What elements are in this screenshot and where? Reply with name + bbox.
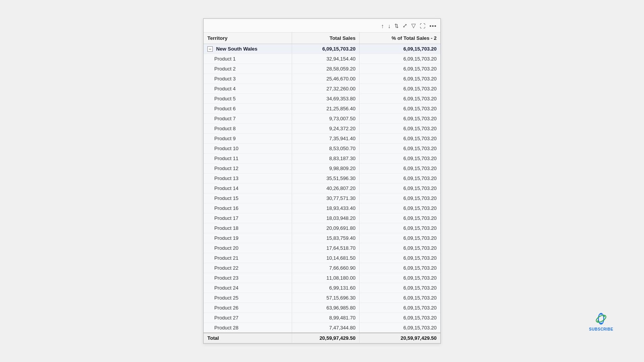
table-row: Product 228,58,059.206,09,15,703.20: [204, 64, 440, 74]
product-name: Product 18: [204, 223, 292, 233]
product-pct-total-sales: 6,09,15,703.20: [360, 64, 440, 74]
table-scroll-area[interactable]: Territory Total Sales % of Total Sales -…: [204, 33, 440, 344]
product-name: Product 21: [204, 253, 292, 263]
table-row: Product 1820,09,691.806,09,15,703.20: [204, 223, 440, 233]
table-row: Product 621,25,856.406,09,15,703.20: [204, 104, 440, 114]
col-total-sales[interactable]: Total Sales: [292, 33, 360, 44]
table-row: Product 1440,26,807.206,09,15,703.20: [204, 183, 440, 193]
product-total-sales: 25,46,670.00: [292, 74, 360, 84]
product-name: Product 14: [204, 183, 292, 193]
table-row: Product 118,83,187.306,09,15,703.20: [204, 154, 440, 164]
sort-asc-icon[interactable]: ↑: [381, 23, 384, 29]
product-name: Product 25: [204, 293, 292, 303]
filter-icon[interactable]: ▽: [411, 22, 416, 29]
col-territory[interactable]: Territory: [204, 33, 292, 44]
table-row: Product 108,53,050.706,09,15,703.20: [204, 144, 440, 154]
product-pct-total-sales: 6,09,15,703.20: [360, 124, 440, 134]
product-name: Product 7: [204, 114, 292, 124]
expand-icon[interactable]: ⤢: [402, 22, 407, 29]
group-pct-total-sales: 6,09,15,703.20: [360, 44, 440, 54]
product-pct-total-sales: 6,09,15,703.20: [360, 104, 440, 114]
product-pct-total-sales: 6,09,15,703.20: [360, 313, 440, 323]
more-icon[interactable]: •••: [429, 23, 437, 29]
product-name: Product 5: [204, 94, 292, 104]
product-pct-total-sales: 6,09,15,703.20: [360, 74, 440, 84]
table-row: Product 278,99,481.706,09,15,703.20: [204, 313, 440, 323]
product-pct-total-sales: 6,09,15,703.20: [360, 84, 440, 94]
product-pct-total-sales: 6,09,15,703.20: [360, 193, 440, 203]
svg-point-2: [600, 313, 602, 315]
sort-both-icon[interactable]: ⇅: [394, 23, 399, 29]
table-row: Product 2110,14,681.506,09,15,703.20: [204, 253, 440, 263]
product-total-sales: 20,09,691.80: [292, 223, 360, 233]
product-total-sales: 15,83,759.40: [292, 233, 360, 243]
total-row: Total20,59,97,429.5020,59,97,429.50: [204, 333, 440, 343]
product-total-sales: 40,26,807.20: [292, 183, 360, 193]
product-total-sales: 32,94,154.40: [292, 54, 360, 64]
table-row: Product 1915,83,759.406,09,15,703.20: [204, 233, 440, 243]
product-total-sales: 8,83,187.30: [292, 154, 360, 164]
product-pct-total-sales: 6,09,15,703.20: [360, 134, 440, 144]
expand-group-icon[interactable]: −: [207, 46, 213, 52]
product-name: Product 1: [204, 54, 292, 64]
table-row: Product 129,98,809.206,09,15,703.20: [204, 164, 440, 174]
product-total-sales: 63,96,985.80: [292, 303, 360, 313]
product-total-sales: 18,03,948.20: [292, 213, 360, 223]
table-row: Product 287,47,344.806,09,15,703.20: [204, 323, 440, 333]
product-pct-total-sales: 6,09,15,703.20: [360, 263, 440, 273]
product-pct-total-sales: 6,09,15,703.20: [360, 94, 440, 104]
product-name: Product 27: [204, 313, 292, 323]
product-pct-total-sales: 6,09,15,703.20: [360, 273, 440, 283]
product-total-sales: 6,99,131.60: [292, 283, 360, 293]
product-pct-total-sales: 6,09,15,703.20: [360, 183, 440, 193]
sort-desc-icon[interactable]: ↓: [388, 23, 391, 29]
svg-point-1: [595, 314, 607, 324]
table-row: Product 2017,64,518.706,09,15,703.20: [204, 243, 440, 253]
group-territory: − New South Wales: [204, 44, 292, 54]
table-row: Product 227,66,660.906,09,15,703.20: [204, 263, 440, 273]
product-name: Product 8: [204, 124, 292, 134]
product-total-sales: 30,77,571.30: [292, 193, 360, 203]
product-total-sales: 35,51,596.30: [292, 174, 360, 183]
product-name: Product 11: [204, 154, 292, 164]
subscribe-label: SUBSCRIBE: [589, 327, 613, 331]
col-pct-total-sales[interactable]: % of Total Sales - 2: [360, 33, 440, 44]
table-header: Territory Total Sales % of Total Sales -…: [204, 33, 440, 44]
group-total-sales: 6,09,15,703.20: [292, 44, 360, 54]
product-total-sales: 27,32,260.00: [292, 84, 360, 94]
product-pct-total-sales: 6,09,15,703.20: [360, 323, 440, 333]
toolbar: ↑ ↓ ⇅ ⤢ ▽ ⛶ •••: [204, 19, 440, 33]
product-name: Product 24: [204, 283, 292, 293]
product-pct-total-sales: 6,09,15,703.20: [360, 223, 440, 233]
product-total-sales: 21,25,856.40: [292, 104, 360, 114]
product-total-sales: 17,64,518.70: [292, 243, 360, 253]
product-total-sales: 9,24,372.20: [292, 124, 360, 134]
product-name: Product 9: [204, 134, 292, 144]
product-name: Product 10: [204, 144, 292, 154]
product-name: Product 26: [204, 303, 292, 313]
table-row: Product 2663,96,985.806,09,15,703.20: [204, 303, 440, 313]
product-total-sales: 8,53,050.70: [292, 144, 360, 154]
table-row: Product 325,46,670.006,09,15,703.20: [204, 74, 440, 84]
subscribe-badge[interactable]: SUBSCRIBE: [589, 312, 613, 331]
product-name: Product 2: [204, 64, 292, 74]
product-total-sales: 34,69,353.80: [292, 94, 360, 104]
product-pct-total-sales: 6,09,15,703.20: [360, 144, 440, 154]
product-total-sales: 10,14,681.50: [292, 253, 360, 263]
table-row: Product 89,24,372.206,09,15,703.20: [204, 124, 440, 134]
table-row: Product 79,73,007.506,09,15,703.20: [204, 114, 440, 124]
product-name: Product 12: [204, 164, 292, 174]
product-name: Product 6: [204, 104, 292, 114]
product-name: Product 17: [204, 213, 292, 223]
table-widget: ↑ ↓ ⇅ ⤢ ▽ ⛶ ••• Territory Total Sales % …: [203, 18, 441, 344]
product-pct-total-sales: 6,09,15,703.20: [360, 283, 440, 293]
product-pct-total-sales: 6,09,15,703.20: [360, 253, 440, 263]
product-total-sales: 9,73,007.50: [292, 114, 360, 124]
svg-point-3: [600, 323, 602, 324]
table-row: Product 534,69,353.806,09,15,703.20: [204, 94, 440, 104]
product-name: Product 20: [204, 243, 292, 253]
table-row: Product 97,35,941.406,09,15,703.20: [204, 134, 440, 144]
product-pct-total-sales: 6,09,15,703.20: [360, 293, 440, 303]
svg-point-4: [603, 316, 605, 317]
fullscreen-icon[interactable]: ⛶: [420, 23, 426, 29]
